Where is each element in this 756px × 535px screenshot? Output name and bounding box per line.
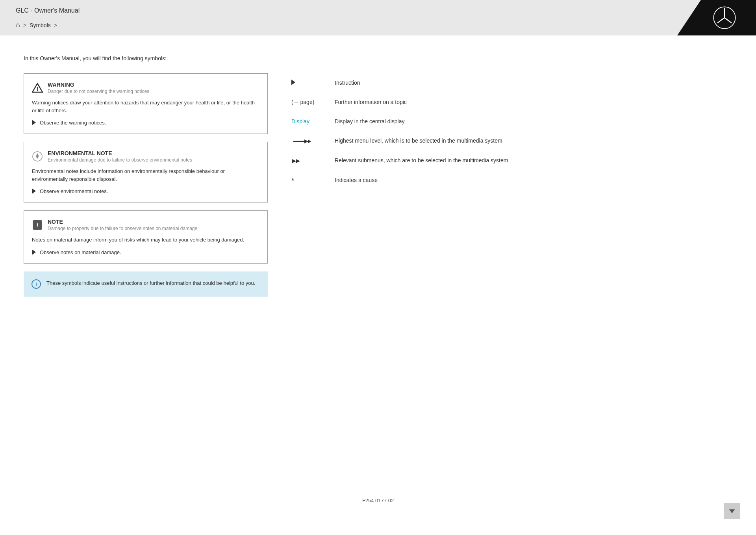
symbol-row-submenus: Relevant submenus, which are to be selec… <box>291 151 732 171</box>
environmental-arrow-icon <box>32 188 36 194</box>
environmental-header: ENVIRONMENTAL NOTE Environmental damage … <box>32 150 259 163</box>
warning-body: Warning notices draw your attention to h… <box>32 99 259 114</box>
note-header: ! NOTE Damage to property due to failure… <box>32 219 259 231</box>
warning-instruction: Observe the warning notices. <box>32 120 259 126</box>
info-text: These symbols indicate useful instructio… <box>46 279 255 287</box>
note-box: ! NOTE Damage to property due to failure… <box>24 210 268 264</box>
cause-desc: Indicates a cause <box>335 176 732 184</box>
symbol-row-menu-level: Highest menu level, which is to be selec… <box>291 131 732 151</box>
logo-area <box>677 0 756 35</box>
home-icon[interactable]: ⌂ <box>16 21 20 29</box>
note-title: NOTE <box>48 219 197 225</box>
content-columns: ! WARNING Danger due to not observing th… <box>24 73 732 490</box>
warning-title-group: WARNING Danger due to not observing the … <box>48 82 149 94</box>
info-icon: i <box>32 279 41 289</box>
display-label: Display <box>291 118 309 124</box>
symbol-table: Instruction (→ page) Further information… <box>291 73 732 191</box>
double-arrow-icon <box>291 156 323 165</box>
left-column: ! WARNING Danger due to not observing th… <box>24 73 268 490</box>
svg-text:!: ! <box>37 86 39 92</box>
right-column: Instruction (→ page) Further information… <box>291 73 732 490</box>
environmental-instruction: Observe environmental notes. <box>32 188 259 194</box>
asterisk-icon: * <box>291 176 323 185</box>
symbol-row-further-info: (→ page) Further information on a topic <box>291 93 732 112</box>
breadcrumb-symbols[interactable]: Symbols <box>30 22 51 28</box>
further-info-desc: Further information on a topic <box>335 98 732 106</box>
footer-code: F254 0177 02 <box>362 498 394 503</box>
environmental-title-group: ENVIRONMENTAL NOTE Environmental damage … <box>48 150 192 163</box>
symbol-row-cause: * Indicates a cause <box>291 171 732 191</box>
mercedes-logo-icon <box>713 6 736 30</box>
environmental-body: Environmental notes include information … <box>32 167 259 183</box>
asterisk-label: * <box>291 177 294 185</box>
warning-subtitle: Danger due to not observing the warning … <box>48 89 149 94</box>
symbol-row-instruction: Instruction <box>291 73 732 93</box>
warning-instruction-text: Observe the warning notices. <box>40 120 106 126</box>
note-body: Notes on material damage inform you of r… <box>32 236 259 244</box>
scroll-down-button[interactable] <box>724 503 740 519</box>
warning-header: ! WARNING Danger due to not observing th… <box>32 82 259 94</box>
note-instruction: Observe notes on material damage. <box>32 249 259 255</box>
symbol-row-display: Display Display in the central display <box>291 112 732 131</box>
breadcrumb: ⌂ > Symbols > <box>16 21 57 29</box>
svg-marker-12 <box>292 159 296 163</box>
page-title: GLC - Owner's Manual <box>16 7 80 14</box>
svg-text:i: i <box>35 281 37 287</box>
svg-text:!: ! <box>37 222 39 228</box>
note-subtitle: Damage to property due to failure to obs… <box>48 226 197 231</box>
environmental-icon <box>32 151 43 162</box>
menu-arrow-icon <box>291 137 323 145</box>
note-icon: ! <box>32 219 43 230</box>
menu-level-desc: Highest menu level, which is to be selec… <box>335 137 732 145</box>
header: GLC - Owner's Manual ⌂ > Symbols > <box>0 0 756 35</box>
note-arrow-icon <box>32 249 36 255</box>
environmental-subtitle: Environmental damage due to failure to o… <box>48 157 192 163</box>
display-desc: Display in the central display <box>335 117 732 126</box>
warning-icon: ! <box>32 82 43 93</box>
submenus-desc: Relevant submenus, which are to be selec… <box>335 156 732 165</box>
main-content: In this Owner's Manual, you will find th… <box>0 35 756 535</box>
note-instruction-text: Observe notes on material damage. <box>40 249 121 255</box>
breadcrumb-sep2: > <box>54 22 57 28</box>
instruction-desc: Instruction <box>335 79 732 87</box>
environmental-instruction-text: Observe environmental notes. <box>40 188 108 194</box>
instruction-icon <box>291 79 323 85</box>
svg-marker-14 <box>729 509 735 513</box>
note-title-group: NOTE Damage to property due to failure t… <box>48 219 197 231</box>
intro-text: In this Owner's Manual, you will find th… <box>24 55 732 61</box>
warning-arrow-icon <box>32 120 36 125</box>
right-arrow-icon <box>291 80 295 85</box>
page-ref-text: (→ page) <box>291 99 314 105</box>
svg-marker-13 <box>296 159 300 163</box>
warning-box: ! WARNING Danger due to not observing th… <box>24 73 268 134</box>
display-icon: Display <box>291 117 323 124</box>
environmental-title: ENVIRONMENTAL NOTE <box>48 150 192 156</box>
warning-title: WARNING <box>48 82 149 88</box>
breadcrumb-sep1: > <box>23 22 26 28</box>
page-ref-icon: (→ page) <box>291 98 323 105</box>
svg-marker-11 <box>308 139 311 143</box>
environmental-box: ENVIRONMENTAL NOTE Environmental damage … <box>24 142 268 202</box>
footer: F254 0177 02 <box>24 490 732 511</box>
scroll-down-icon <box>728 507 736 515</box>
info-box: i These symbols indicate useful instruct… <box>24 271 268 297</box>
